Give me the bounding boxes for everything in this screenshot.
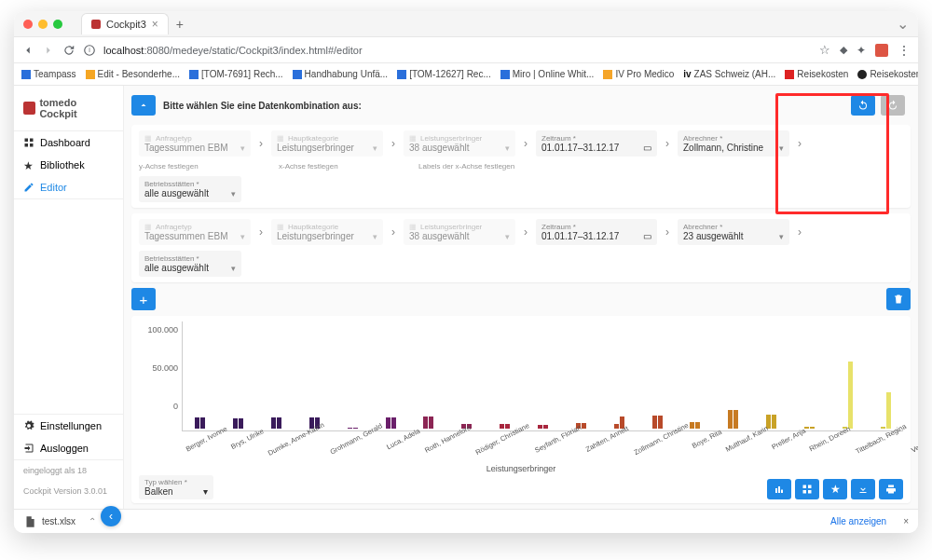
chevron-up-icon[interactable]: ⌃ [89,516,96,526]
bookmark-item[interactable]: Reisekosten [857,69,918,79]
hauptkategorie-select[interactable]: ▦Hauptkategorie Leistungserbringer▾ [271,130,383,157]
anfragetyp-select[interactable]: ▦Anfragetyp Tagessummen EBM▾ [139,219,251,245]
bookmark-item[interactable]: [TOM-7691] Rech... [189,69,283,79]
svg-rect-8 [781,490,783,494]
chevron-right-icon: › [387,137,400,150]
bookmark-item[interactable]: Miro | Online Whit... [500,69,595,79]
leistungserbringer-select[interactable]: ▦Leistungserbringer 38 ausgewählt▾ [404,219,515,245]
brand: tomedo Cockpit [14,93,123,130]
url-text[interactable]: localhost:8080/medeye/static/Cockpit3/in… [103,45,363,56]
chart-download-button[interactable] [851,479,875,499]
x-axis-labels: Berger, IvonneBrys, UlrikeDumke, Anne-Ka… [139,431,903,444]
bookmark-item[interactable]: Edit - Besonderhe... [86,69,180,79]
login-status: eingeloggt als 18 [14,460,123,481]
star-icon: ★ [830,483,841,496]
star-icon[interactable]: ☆ [819,43,830,57]
betriebsstaetten-select[interactable]: Betriebsstätten * alle ausgewählt▾ [139,251,241,277]
browser-tab[interactable]: Cockpit3 × [81,13,169,34]
svg-rect-6 [775,488,777,493]
close-window-icon[interactable] [23,20,33,29]
sidebar-item-logout[interactable]: Ausloggen [14,437,123,459]
sub-label: y-Achse festlegen [139,162,251,171]
window-titlebar: Cockpit3 × + ⌄ [14,11,918,37]
close-download-bar[interactable]: × [903,516,909,526]
abrechner-select[interactable]: Abrechner * 23 ausgewählt▾ [678,219,789,245]
sidebar-item-editor[interactable]: Editor [14,176,123,198]
favicon-icon [91,20,101,29]
leistungserbringer-select[interactable]: ▦Leistungserbringer 38 ausgewählt▾ [404,130,515,157]
chevron-right-icon: › [519,225,532,239]
star-icon: ★ [23,159,34,171]
bookmarks-bar: Teampass Edit - Besonderhe... [TOM-7691]… [14,63,918,86]
zeitraum-select[interactable]: Zeitraum * 01.01.17–31.12.17▭ [536,130,657,157]
profile-icon[interactable] [875,44,888,57]
betriebsstaetten-select[interactable]: Betriebsstätten * alle ausgewählt▾ [139,176,241,202]
reload-icon[interactable] [62,44,75,57]
filter-row-1: ▦Anfragetyp Tagessummen EBM▾ › ▦Hauptkat… [131,125,911,208]
sidebar-item-library[interactable]: ★ Bibliothek [14,154,123,176]
gear-icon [23,420,34,431]
main-content: Bitte wählen Sie eine Datenkombination a… [124,86,918,509]
minimize-window-icon[interactable] [38,20,48,29]
chart-panel: 100.000 50.000 0 Berger, IvonneBrys, Ulr… [131,316,911,503]
bookmark-item[interactable]: Handhabung Unfä... [293,69,389,79]
svg-rect-4 [25,143,29,147]
chevron-right-icon: › [387,225,400,239]
svg-text:i: i [89,47,90,53]
sidebar-item-dashboard[interactable]: Dashboard [14,131,123,154]
chart-print-button[interactable] [879,479,903,499]
bookmark-item[interactable]: Teampass [21,69,76,79]
bookmark-item[interactable]: Reisekosten [785,69,848,79]
url-bar: i localhost:8080/medeye/static/Cockpit3/… [14,37,918,63]
forward-icon[interactable] [42,44,55,57]
chevron-right-icon: › [254,225,267,239]
chart-type-select[interactable]: Typ wählen * Balken▾ [139,475,213,499]
svg-rect-12 [808,490,812,494]
chevron-up-icon [138,100,149,111]
chart-bar-icon-button[interactable] [767,479,791,499]
svg-rect-11 [803,490,807,494]
sidebar-item-settings[interactable]: Einstellungen [14,415,123,437]
extensions-icon[interactable]: ✦ [857,44,866,57]
hauptkategorie-select[interactable]: ▦Hauptkategorie Leistungserbringer▾ [271,219,383,245]
calendar-icon: ▭ [643,143,651,153]
info-icon[interactable]: i [83,44,96,57]
print-icon [885,484,897,495]
bookmark-item[interactable]: IV Pro Medico [603,69,674,79]
menu-icon[interactable]: ⋮ [898,43,911,58]
maximize-window-icon[interactable] [53,20,62,29]
close-tab-icon[interactable]: × [152,18,158,31]
anfragetyp-select[interactable]: ▦Anfragetyp Tagessummen EBM▾ [139,130,251,157]
chevron-right-icon: › [519,137,532,150]
chart-grid-button[interactable] [795,479,819,499]
chevron-right-icon: › [254,137,267,150]
add-row-button[interactable]: + [131,288,156,310]
delete-button[interactable] [886,288,911,310]
chevron-down-icon[interactable]: ⌄ [897,15,909,33]
zeitraum-select[interactable]: Zeitraum * 01.01.17–31.12.17▭ [536,219,657,245]
back-icon[interactable] [21,44,34,57]
svg-rect-9 [803,485,807,489]
chart-favorite-button[interactable]: ★ [823,479,847,499]
calendar-icon: ▭ [643,231,651,241]
svg-rect-10 [808,485,812,489]
download-item[interactable]: test.xlsx ⌃ [23,515,96,528]
collapse-button[interactable] [131,95,156,116]
chevron-right-icon: › [661,225,674,239]
version-text: Cockpit Version 3.0.01 [14,481,123,501]
x-axis-title: Leistungserbringer [139,464,903,473]
svg-rect-7 [778,486,780,493]
redo-button[interactable] [881,95,905,116]
undo-button[interactable] [851,95,875,116]
barchart-icon [774,484,785,495]
abrechner-select[interactable]: Abrechner * Zollmann, Christine▾ [678,130,789,157]
bookmark-item[interactable]: ivZAS Schweiz (AH... [683,69,775,79]
file-icon [23,515,36,528]
chevron-right-icon: › [661,137,674,150]
show-all-downloads[interactable]: Alle anzeigen [830,516,886,526]
sub-label: x-Achse festlegen [279,162,391,171]
bookmark-item[interactable]: [TOM-12627] Rec... [397,69,491,79]
new-tab-button[interactable]: + [176,17,184,32]
trash-icon [893,294,904,305]
diamond-icon[interactable]: ◆ [840,44,847,56]
